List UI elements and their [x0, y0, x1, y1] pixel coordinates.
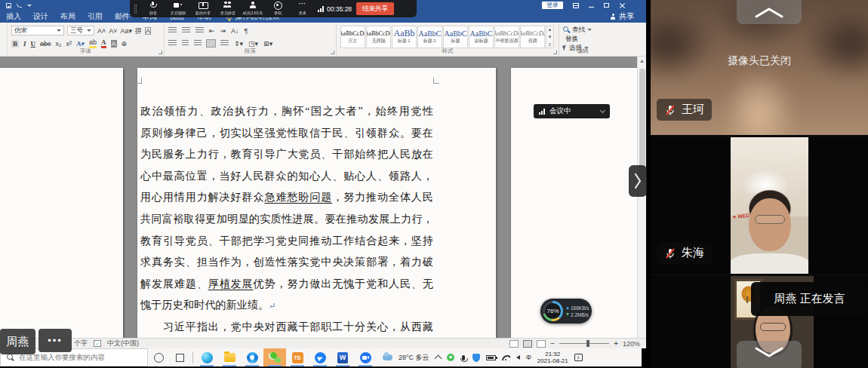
wechat-app-button[interactable]: [263, 348, 286, 366]
participant-tile-zhuhai[interactable]: ♥ WED 朱海: [651, 137, 868, 274]
style-card[interactable]: AaBbCcDd强调: [520, 26, 545, 48]
save-icon[interactable]: [6, 3, 11, 8]
minimized-meeting-window[interactable]: •••: [38, 329, 72, 352]
phonetic-guide-icon[interactable]: 拼: [135, 27, 142, 35]
subscript-icon[interactable]: x₂: [56, 40, 62, 48]
meeting-toolbar-button[interactable]: 更多: [290, 2, 315, 17]
style-card[interactable]: AaBbC标题 2: [417, 26, 442, 48]
style-card[interactable]: AaBbCcDd不明显强调: [494, 26, 519, 48]
scroll-up-icon[interactable]: ▲: [639, 57, 645, 66]
text-effects-icon[interactable]: A▾: [76, 40, 85, 48]
performance-ball[interactable]: 76% 166KB/s 2.2MB/s: [540, 299, 592, 324]
shield-tray-icon[interactable]: [472, 354, 480, 362]
meeting-toolbar-button[interactable]: 录制: [265, 2, 290, 17]
align-left-icon[interactable]: [168, 40, 177, 47]
web-layout-icon[interactable]: [537, 340, 546, 348]
ribbon-tab[interactable]: 设计: [27, 11, 54, 23]
document-page[interactable]: 政治领悟力、政治执行力，胸怀“国之大者”，始终用党性原则修身律己，切实以坚强党性…: [137, 68, 496, 338]
scroll-participants-up-button[interactable]: [737, 0, 802, 24]
meeting-status-pill[interactable]: 会议中: [534, 104, 610, 118]
taskbar-clock[interactable]: 21:32 2021-08-21: [537, 351, 568, 364]
numbering-icon[interactable]: [182, 27, 190, 34]
ribbon-options-icon[interactable]: [573, 3, 579, 8]
edge-app-button[interactable]: [195, 348, 218, 366]
font-size-combo[interactable]: 三号: [67, 26, 94, 35]
speaker-name-toast[interactable]: 周燕: [0, 329, 35, 354]
style-card[interactable]: AaBbCcDd无间隔: [366, 26, 391, 48]
distribute-icon[interactable]: [220, 40, 229, 47]
language-status[interactable]: 中文(中国): [107, 339, 139, 348]
meeting-app-button[interactable]: [354, 348, 377, 366]
decrease-indent-icon[interactable]: ⇤: [209, 27, 215, 35]
meeting-toolbar-button[interactable]: 新的共享: [190, 2, 215, 17]
meeting-toolbar-button[interactable]: 全员静音: [215, 2, 240, 17]
browser-360-app-button[interactable]: [241, 348, 263, 366]
line-spacing-icon[interactable]: ⇕▾: [234, 40, 243, 48]
shading-bucket-icon[interactable]: ◳▾: [248, 40, 258, 48]
cortana-button[interactable]: [148, 348, 169, 366]
wifi-icon[interactable]: [502, 355, 510, 360]
ribbon-tab[interactable]: 插入: [0, 11, 27, 23]
paragraph-marks-icon[interactable]: ¶: [245, 27, 248, 35]
style-scroll-down-icon[interactable]: ▼: [548, 35, 553, 39]
underline-icon[interactable]: U: [31, 40, 36, 48]
italic-icon[interactable]: I: [23, 40, 26, 48]
hidden-icons-caret-icon[interactable]: [434, 355, 442, 363]
pen-input-icon[interactable]: Φ: [526, 354, 531, 361]
sort-icon[interactable]: A↓: [231, 27, 239, 35]
scroll-participants-down-button[interactable]: [737, 341, 802, 368]
zoom-in-button[interactable]: +: [614, 339, 618, 348]
style-gallery-scroll[interactable]: ▲ ▼ ≡: [546, 26, 554, 48]
participant-tile-wangke[interactable]: 摄像头已关闭 王珂: [651, 0, 868, 135]
explorer-app-button[interactable]: [218, 348, 241, 366]
weather-text[interactable]: 28°C 多云: [399, 353, 429, 363]
multilevel-list-icon[interactable]: [195, 27, 204, 34]
volume-icon[interactable]: [516, 355, 520, 360]
meeting-toolbar-button[interactable]: 静音: [140, 2, 165, 17]
document-text[interactable]: 政治领悟力、政治执行力，胸怀“国之大者”，始终用党性原则修身律己，切实以坚强党性…: [140, 100, 433, 338]
document-scrollbar[interactable]: ▲: [637, 57, 646, 338]
zoom-slider-thumb[interactable]: [586, 340, 589, 347]
battery-icon[interactable]: [486, 355, 496, 360]
meeting-toolbar-button[interactable]: 成员(13/13): [240, 2, 265, 17]
style-card[interactable]: AaBb标题 1: [392, 26, 417, 48]
style-card[interactable]: AaBbCcDd正文: [340, 26, 365, 48]
spellcheck-icon[interactable]: ✓: [94, 340, 101, 347]
share-button[interactable]: 共享: [610, 11, 634, 22]
style-scroll-more-icon[interactable]: ≡: [549, 42, 552, 47]
shrink-font-icon[interactable]: A˅: [109, 27, 117, 35]
bullets-icon[interactable]: [168, 27, 177, 34]
justify-icon[interactable]: [207, 40, 215, 47]
notification-center-icon[interactable]: 1: [574, 354, 583, 361]
style-card[interactable]: AaBbC标题: [443, 26, 468, 48]
bold-icon[interactable]: B: [11, 40, 19, 48]
sign-in-button[interactable]: 登录: [542, 2, 563, 9]
style-card[interactable]: AaBbC副标题: [469, 26, 494, 48]
minimize-icon[interactable]: [589, 7, 594, 8]
microphone-tray-icon[interactable]: [462, 355, 465, 360]
align-right-icon[interactable]: [194, 40, 202, 47]
change-case-icon[interactable]: Aa▾: [121, 27, 133, 35]
ribbon-tab[interactable]: 引用: [82, 11, 109, 23]
borders-icon[interactable]: ⊞▾: [263, 40, 272, 48]
meeting-toolbar-button[interactable]: 开启视频: [165, 2, 190, 17]
wechat-tray-icon[interactable]: [447, 354, 454, 361]
style-scroll-up-icon[interactable]: ▲: [548, 27, 553, 32]
editing-item[interactable]: 查找: [563, 26, 602, 34]
align-center-icon[interactable]: [182, 40, 189, 47]
close-icon[interactable]: [619, 2, 625, 8]
styles-dialog-launcher-icon[interactable]: [553, 51, 557, 54]
zoom-out-button[interactable]: −: [550, 339, 555, 348]
undo-icon[interactable]: [17, 4, 22, 8]
font-name-combo[interactable]: 仿宋: [11, 26, 64, 35]
paragraph-dialog-launcher-icon[interactable]: [331, 51, 334, 54]
enclose-characters-icon[interactable]: ⊕: [122, 40, 128, 48]
strikethrough-icon[interactable]: abc: [40, 40, 51, 48]
thunder-app-button[interactable]: [309, 348, 331, 366]
zoom-level[interactable]: 120%: [623, 340, 640, 348]
grow-font-icon[interactable]: A˄: [97, 27, 106, 35]
print-layout-icon[interactable]: [523, 340, 532, 348]
zoom-slider[interactable]: [559, 343, 609, 344]
font-dialog-launcher-icon[interactable]: [159, 51, 162, 54]
superscript-icon[interactable]: x²: [66, 40, 72, 48]
